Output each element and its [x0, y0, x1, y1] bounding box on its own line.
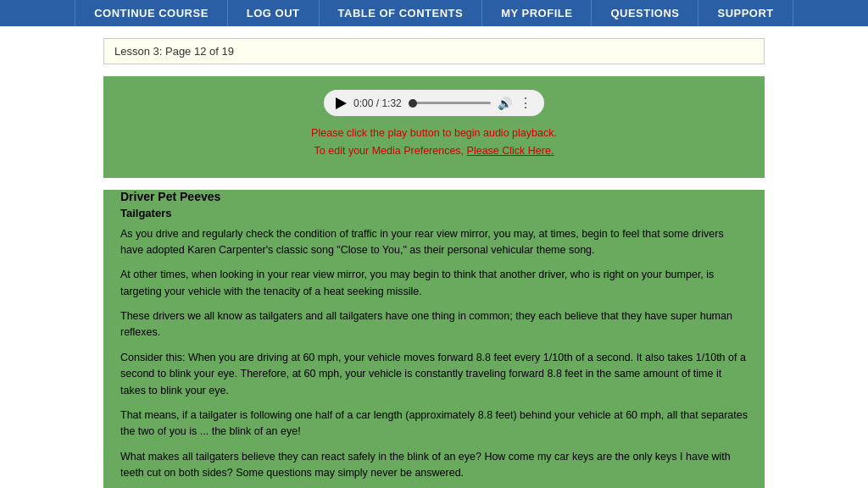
nav-item-log-out[interactable]: LOG OUT: [228, 0, 320, 26]
lesson-paragraph: These drivers we all know as tailgaters …: [120, 308, 748, 341]
nav-item-support[interactable]: SUPPORT: [698, 0, 793, 26]
nav-item-questions[interactable]: QUESTIONS: [592, 0, 698, 26]
progress-bar[interactable]: [409, 102, 491, 104]
lesson-paragraph: At other times, when looking in your rea…: [120, 267, 748, 300]
audio-player: 0:00 / 1:32 🔊 ⋮: [324, 90, 544, 116]
nav-item-table-of-contents[interactable]: TABLE OF CONTENTS: [320, 0, 483, 26]
media-preferences-link[interactable]: Please Click Here.: [467, 145, 554, 157]
audio-menu-icon[interactable]: ⋮: [519, 95, 532, 111]
lesson-paragraphs: As you drive and regularly check the con…: [120, 226, 748, 489]
audio-notice: Please click the play button to begin au…: [120, 125, 748, 161]
lesson-paragraph: What makes all tailgaters believe they c…: [120, 449, 748, 482]
lesson-subtitle: Tailgaters: [120, 207, 748, 219]
lesson-title: Driver Pet Peeves: [120, 190, 748, 203]
lesson-paragraph: As you drive and regularly check the con…: [120, 226, 748, 259]
lesson-paragraph: Consider this: When you are driving at 6…: [120, 350, 748, 399]
breadcrumb: Lesson 3: Page 12 of 19: [103, 38, 765, 64]
nav-item-my-profile[interactable]: MY PROFILE: [482, 0, 592, 26]
volume-icon[interactable]: 🔊: [498, 97, 512, 110]
main-nav: CONTINUE COURSELOG OUTTABLE OF CONTENTSM…: [0, 0, 868, 26]
lesson-content: Driver Pet Peeves Tailgaters As you driv…: [103, 190, 765, 489]
play-button[interactable]: [336, 97, 347, 109]
nav-item-continue-course[interactable]: CONTINUE COURSE: [75, 0, 228, 26]
time-display: 0:00 / 1:32: [353, 97, 402, 109]
lesson-paragraph: That means, if a tailgater is following …: [120, 408, 748, 441]
